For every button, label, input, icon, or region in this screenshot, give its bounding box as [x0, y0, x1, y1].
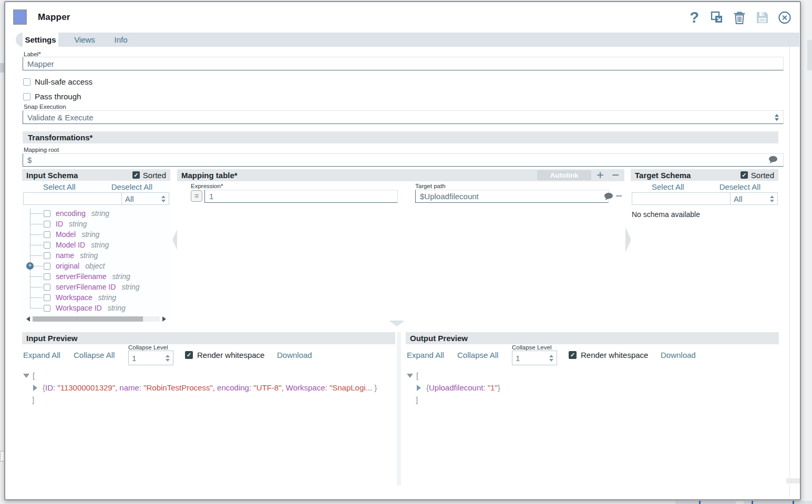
input-preview-download[interactable]: Download	[277, 351, 312, 359]
mapping-root-caption: Mapping root	[24, 147, 59, 153]
target-schema-filter-row: All	[631, 192, 778, 206]
input-preview-collapse-all[interactable]: Collapse All	[74, 351, 115, 359]
canvas-fragment	[699, 501, 701, 504]
target-schema-links: Select All Deselect All	[631, 181, 778, 191]
target-schema-deselect-all[interactable]: Deselect All	[720, 182, 760, 191]
schema-node-checkbox[interactable]	[44, 305, 50, 312]
tab-info[interactable]: Info	[109, 33, 132, 47]
scope-spinner-icon	[770, 196, 774, 202]
label-input[interactable]	[23, 57, 784, 70]
collapse-level-spinner[interactable]	[128, 351, 173, 365]
snap-icon	[13, 9, 27, 25]
pass-through-checkbox[interactable]	[23, 93, 30, 100]
canvas-fragment	[675, 501, 736, 504]
expression-input[interactable]	[204, 190, 398, 203]
schema-node-checkbox[interactable]	[44, 210, 50, 217]
mapping-root-input[interactable]	[23, 153, 784, 167]
schema-node-checkbox[interactable]	[44, 263, 50, 270]
schema-tree-row[interactable]: Model string	[22, 229, 170, 240]
target-schema-scope-select[interactable]: All	[731, 192, 778, 205]
input-schema-tree: encoding string ID string Model string	[22, 208, 170, 313]
target-schema-sorted-checkbox[interactable]	[741, 171, 748, 179]
schema-node-checkbox[interactable]	[44, 242, 50, 249]
output-preview-download[interactable]: Download	[661, 351, 696, 359]
snap-execution-value: Validate & Execute	[27, 113, 94, 122]
input-schema-scope-value: All	[125, 194, 134, 203]
autolink-button[interactable]: Autolink	[537, 170, 591, 180]
input-schema-deselect-all[interactable]: Deselect All	[111, 182, 152, 191]
schema-node-checkbox[interactable]	[44, 221, 50, 228]
collapse-level-input[interactable]	[516, 354, 537, 363]
collapse-array-icon[interactable]	[407, 374, 413, 378]
expand-document-icon[interactable]	[417, 385, 421, 391]
tab-views[interactable]: Views	[68, 33, 101, 47]
target-path-input[interactable]	[415, 190, 609, 203]
schema-node-name: ID	[56, 220, 63, 228]
target-schema-search-input[interactable]	[632, 192, 731, 205]
preview-divider[interactable]	[397, 332, 401, 486]
dialog-title: Mapper	[38, 12, 70, 23]
target-schema-select-all[interactable]: Select All	[652, 182, 684, 191]
dialog-vscrollbar[interactable]	[789, 46, 800, 498]
input-preview-title: Input Preview	[26, 334, 78, 343]
collapse-level-spinner[interactable]	[512, 351, 557, 365]
canvas-fragment	[0, 63, 4, 73]
canvas-fragment	[807, 40, 812, 70]
schema-tree-row[interactable]: Workspace ID string	[22, 303, 170, 313]
schema-node-checkbox[interactable]	[44, 252, 50, 259]
schema-node-type: string	[81, 230, 99, 239]
input-preview-expand-all[interactable]: Expand All	[23, 351, 60, 359]
output-preview-expand-all[interactable]: Expand All	[407, 351, 444, 359]
schema-tree-row[interactable]: serverFilename ID string	[22, 282, 170, 292]
schema-tree-row[interactable]: encoding string	[22, 208, 170, 219]
input-schema-title: Input Schema	[26, 171, 78, 180]
help-icon[interactable]: ?	[687, 10, 701, 25]
input-schema-hscrollbar[interactable]	[22, 315, 170, 323]
schema-tree-row[interactable]: ID string	[22, 219, 170, 229]
input-schema-select-all[interactable]: Select All	[43, 182, 76, 191]
delete-mapping-row-icon[interactable]: −	[615, 189, 622, 203]
delete-icon[interactable]	[733, 10, 746, 25]
scroll-left-icon[interactable]	[26, 316, 30, 322]
output-render-whitespace-checkbox[interactable]	[569, 351, 577, 359]
schema-tree-row[interactable]: Model ID string	[22, 240, 170, 250]
close-icon[interactable]	[778, 10, 792, 25]
schema-node-type: string	[108, 304, 126, 312]
null-safe-checkbox[interactable]	[23, 78, 30, 86]
schema-node-checkbox[interactable]	[44, 273, 50, 280]
save-icon[interactable]	[755, 10, 769, 25]
expand-node-icon[interactable]	[26, 262, 34, 270]
pass-through-row: Pass through	[23, 92, 81, 101]
scroll-right-icon[interactable]	[162, 316, 166, 322]
input-preview-json: [ {ID: "113000001329", name: "RobinTestP…	[22, 369, 395, 406]
output-preview-collapse-all[interactable]: Collapse All	[457, 351, 498, 359]
expand-document-icon[interactable]	[33, 385, 37, 391]
hscroll-thumb[interactable]	[33, 316, 143, 322]
popout-icon[interactable]	[710, 10, 724, 25]
schema-tree-row[interactable]: name string	[22, 250, 170, 261]
schema-tree-row[interactable]: serverFilename string	[22, 271, 170, 282]
schema-node-checkbox[interactable]	[44, 284, 50, 291]
transformations-header: Transformations*	[23, 131, 778, 143]
spinner-arrows-icon[interactable]	[166, 355, 170, 362]
comment-icon[interactable]	[768, 156, 778, 164]
collapse-array-icon[interactable]	[23, 374, 29, 378]
expression-toggle-button[interactable]: =	[191, 190, 202, 202]
spinner-arrows-icon[interactable]	[549, 355, 553, 362]
collapse-previews-icon[interactable]	[389, 321, 405, 326]
snap-execution-select[interactable]: Validate & Execute	[23, 110, 784, 124]
tab-settings[interactable]: Settings	[23, 33, 58, 47]
schema-tree-row[interactable]: Workspace string	[22, 292, 170, 303]
collapse-level-input[interactable]	[132, 354, 153, 363]
target-schema-scope-value: All	[734, 194, 743, 203]
row-comment-icon[interactable]	[604, 192, 613, 201]
input-schema-scope-select[interactable]: All	[122, 192, 169, 205]
add-row-button[interactable]: +	[597, 168, 604, 182]
schema-tree-row[interactable]: original object	[22, 261, 170, 271]
schema-node-checkbox[interactable]	[44, 231, 50, 238]
input-render-whitespace-checkbox[interactable]	[185, 351, 193, 359]
input-schema-search-input[interactable]	[23, 192, 122, 205]
remove-row-button[interactable]: −	[612, 168, 619, 182]
schema-node-checkbox[interactable]	[44, 294, 50, 301]
input-schema-sorted-checkbox[interactable]	[132, 171, 140, 179]
